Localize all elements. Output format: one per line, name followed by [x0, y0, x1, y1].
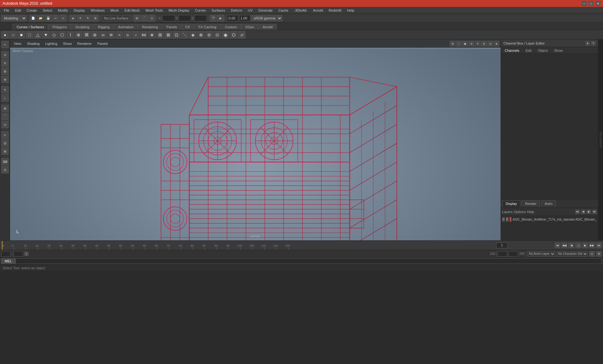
select-btn[interactable]: ◈ [69, 15, 76, 22]
hotbox-btn[interactable]: ⊡ [1, 166, 9, 174]
curve-tool-8[interactable]: ⬡ [58, 31, 66, 39]
layer-nav-3[interactable]: ▶ [587, 210, 591, 214]
curve-tool-11[interactable]: ⌘ [83, 31, 90, 39]
curve-tool-13[interactable]: ∞ [99, 31, 107, 39]
display-layer-btn[interactable]: ⊟ [1, 139, 9, 147]
channel-expand-btn[interactable]: ▲ [585, 41, 590, 46]
maximize-button[interactable]: □ [589, 1, 594, 6]
open-btn[interactable]: 📂 [37, 15, 44, 22]
curve-tool-30[interactable]: ⌭ [238, 31, 246, 39]
anim-layer-select[interactable]: No Anim Layer [527, 251, 555, 257]
curve-tool-22[interactable]: ⊡ [173, 31, 180, 39]
minimize-button[interactable]: ─ [582, 1, 587, 6]
channel-tab-object[interactable]: Object [535, 48, 550, 53]
curve-tool-26[interactable]: ⊘ [205, 31, 213, 39]
vp-icon-2[interactable]: ⌇ [456, 41, 462, 46]
vp-icon-6[interactable]: ⊕ [481, 41, 487, 46]
layer-color-swatch[interactable] [510, 217, 511, 222]
tab-fx[interactable]: FX [182, 24, 194, 30]
layer-options-btn[interactable]: Options [514, 210, 526, 214]
layer-help-btn[interactable]: Help [527, 210, 534, 214]
vp-icon-5[interactable]: ✦ [475, 41, 481, 46]
menu-mesh-tools[interactable]: Mesh Tools [143, 8, 165, 13]
menu-select[interactable]: Select [40, 8, 55, 13]
curve-tool-1[interactable]: ● [1, 31, 9, 39]
next-key-btn[interactable]: ▶▶ [589, 243, 595, 248]
channel-tab-channels[interactable]: Channels [502, 48, 522, 53]
snap-curve-btn[interactable]: ⌒ [141, 15, 148, 22]
menu-modify[interactable]: Modify [55, 8, 70, 13]
curve-tool-17[interactable]: ⌿ [132, 31, 139, 39]
universal-btn[interactable]: ⊕ [1, 76, 9, 83]
curve-tool-18[interactable]: ⋈ [140, 31, 148, 39]
vp-icon-3[interactable]: ▣ [462, 41, 468, 46]
layer-nav-1[interactable]: ⏮ [575, 210, 580, 214]
layer-tab-anim[interactable]: Anim [541, 201, 556, 206]
step-back-btn[interactable]: ⏮ [555, 243, 560, 248]
paint-btn[interactable]: ✎ [1, 86, 9, 94]
menu-uv[interactable]: UV [245, 8, 255, 13]
module-selector[interactable]: Modeling Rigging Animation FX Rendering [1, 15, 27, 21]
curve-tool-3[interactable]: ■ [18, 31, 25, 39]
tab-rendering[interactable]: Rendering [138, 24, 162, 30]
curve-tool-23[interactable]: ⋱ [181, 31, 188, 39]
tab-arnold[interactable]: Arnold [258, 24, 277, 30]
snap-point-btn[interactable]: ⊙ [149, 15, 155, 22]
step-prev-btn[interactable]: ◀ [568, 243, 574, 248]
layer-tab-display[interactable]: Display [502, 201, 520, 206]
mel-input[interactable] [15, 258, 602, 264]
x-coord-input[interactable] [162, 15, 175, 21]
rotate-btn[interactable]: ↻ [84, 15, 91, 22]
vp-view-menu[interactable]: View [11, 41, 24, 46]
menu-display[interactable]: Display [71, 8, 88, 13]
menu-edit[interactable]: Edit [13, 8, 24, 13]
curve-tool-12[interactable]: ⊛ [91, 31, 99, 39]
render-btn[interactable]: ▶ [217, 15, 224, 22]
tab-xgen[interactable]: XGen [241, 24, 258, 30]
curve-tool-25[interactable]: ⊗ [197, 31, 205, 39]
curve-tool-24[interactable]: ◈ [189, 31, 197, 39]
menu-help[interactable]: Help [345, 8, 357, 13]
layer-layers-btn[interactable]: Layers [502, 210, 513, 214]
sculpt-btn[interactable]: ⌂ [1, 94, 9, 102]
snap-grid-btn[interactable]: ⊞ [133, 15, 140, 22]
vp-icon-7[interactable]: ◎ [487, 41, 493, 46]
curve-tool-10[interactable]: ⊕ [75, 31, 82, 39]
close-button[interactable]: ✕ [595, 1, 600, 6]
layer-playback-btn[interactable]: P [506, 217, 508, 222]
tab-panels[interactable]: Panels [162, 24, 181, 30]
tab-polygons[interactable]: Polygons [48, 24, 71, 30]
menu-deform[interactable]: Deform [228, 8, 245, 13]
z-coord-input[interactable] [194, 15, 207, 21]
curve-tool-14[interactable]: ≋ [107, 31, 115, 39]
menu-3dtall[interactable]: -3DtoAll- [291, 8, 310, 13]
new-scene-btn[interactable]: 📄 [30, 15, 36, 22]
viewport[interactable]: View Shading Lighting Show Renderer Pane… [10, 40, 501, 240]
menu-edit-mesh[interactable]: Edit Mesh [122, 8, 142, 13]
tab-curves-surfaces[interactable]: Curves / Surfaces [13, 24, 48, 30]
curve-tool-7[interactable]: ◇ [50, 31, 58, 39]
curve-tool-21[interactable]: ⊠ [165, 31, 172, 39]
field-value2[interactable] [239, 15, 250, 21]
tab-fx-caching[interactable]: FX Caching [194, 24, 220, 30]
curve-tool-16[interactable]: ⌾ [124, 31, 131, 39]
field-value1[interactable] [227, 15, 238, 21]
anim-end-range[interactable] [496, 243, 508, 248]
menu-cache[interactable]: Cache [276, 8, 291, 13]
layer-nav-2[interactable]: ◀ [581, 210, 585, 214]
curve-tool-9[interactable]: ⌇ [67, 31, 74, 39]
vp-panels-menu[interactable]: Panels [95, 41, 111, 46]
vp-renderer-menu[interactable]: Renderer [75, 41, 94, 46]
curve-tool-15[interactable]: ⌁ [116, 31, 123, 39]
menu-arnold[interactable]: Arnold [311, 8, 326, 13]
scale-btn[interactable]: ⊞ [92, 15, 99, 22]
vp-icon-1[interactable]: ⊞ [450, 41, 455, 46]
layer-vis-btn[interactable]: V [502, 217, 505, 222]
menu-file[interactable]: File [1, 8, 12, 13]
curve-tool-28[interactable]: ◉ [222, 31, 229, 39]
curve-tool-5[interactable]: △ [34, 31, 41, 39]
snap-pt-side[interactable]: ⊙ [1, 121, 9, 128]
save-btn[interactable]: 💾 [45, 15, 52, 22]
play-back-btn[interactable]: ◁ [575, 243, 581, 248]
curve-tool-2[interactable]: ○ [9, 31, 17, 39]
